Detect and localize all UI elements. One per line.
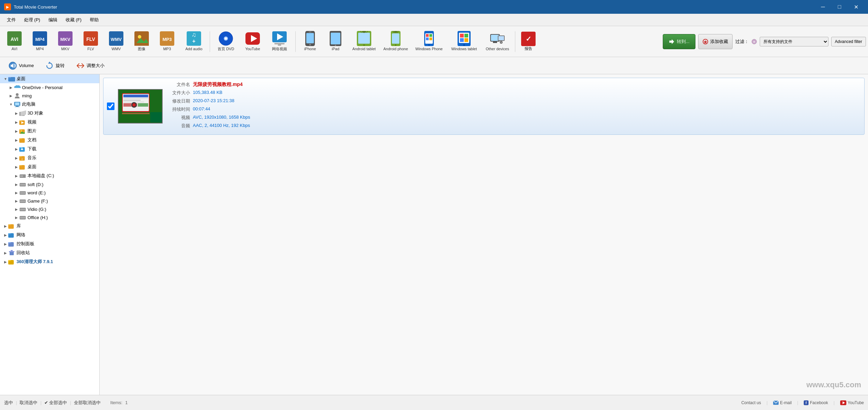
- toolbar-dvd[interactable]: 首页 DVD: [212, 29, 240, 54]
- toolbar-mp4[interactable]: MP4 MP4: [28, 29, 52, 54]
- sidebar-item-documents[interactable]: ▶ 文档: [0, 136, 99, 144]
- dvd-icon: [219, 31, 233, 46]
- toolbar-mp3[interactable]: MP3 MP3: [155, 29, 179, 54]
- menu-edit[interactable]: 编辑: [44, 15, 62, 24]
- sidebar-item-3d[interactable]: ▶ 3D 对象: [0, 109, 99, 118]
- recycle-expand-icon: ▶: [3, 250, 8, 256]
- svg-point-67: [501, 42, 502, 43]
- menu-process[interactable]: 处理 (P): [20, 15, 44, 24]
- toolbar-right: 转到... 添加收藏 过滤： ✦ 所有支持的文件 Advanced filter: [663, 34, 866, 49]
- svg-rect-132: [123, 95, 148, 97]
- deselect-all-action[interactable]: 全部取消选中: [74, 400, 101, 406]
- ming-expand-icon: ▶: [8, 93, 14, 98]
- svg-rect-56: [460, 34, 464, 37]
- sidebar-item-recycle[interactable]: ▶ 回收站: [0, 248, 99, 257]
- mp4-label: MP4: [36, 47, 44, 51]
- sidebar-item-f-drive[interactable]: ▶ Game (F:): [0, 197, 99, 205]
- sidebar-item-d-drive[interactable]: ▶ soft (D:): [0, 180, 99, 188]
- sidebar-item-pictures[interactable]: ▶ 图片: [0, 127, 99, 136]
- deselect-action[interactable]: 取消选中: [20, 400, 37, 406]
- svg-rect-33: [331, 33, 340, 44]
- toolbar-avi[interactable]: AVI AVI: [2, 29, 27, 54]
- filter-select[interactable]: 所有支持的文件: [760, 37, 828, 46]
- file-checkbox[interactable]: [107, 102, 114, 110]
- select-action[interactable]: 选中: [4, 400, 13, 406]
- h-expand-icon: ▶: [14, 215, 19, 220]
- toolbar-web-video[interactable]: 网络视频: [266, 29, 293, 54]
- sidebar-item-360[interactable]: ▶ 360清理大师 7.9.1: [0, 257, 99, 266]
- menu-file[interactable]: 文件: [3, 15, 20, 24]
- convert-button[interactable]: 转到...: [663, 34, 695, 49]
- facebook-link[interactable]: f Facebook: [804, 400, 828, 405]
- svg-rect-119: [8, 224, 11, 225]
- minimize-button[interactable]: ─: [815, 1, 831, 12]
- volume-button[interactable]: Volume: [3, 60, 39, 72]
- svg-rect-141: [150, 112, 163, 122]
- items-count: 1: [125, 400, 128, 405]
- toolbar-flv[interactable]: FLV FLV: [78, 29, 103, 54]
- svg-rect-31: [309, 32, 311, 32]
- contact-us-link[interactable]: Contact us: [741, 400, 761, 405]
- sidebar-item-control-panel[interactable]: ▶ 控制面板: [0, 239, 99, 248]
- report-button[interactable]: ✓ 报告: [517, 31, 539, 53]
- toolbar-add-audio[interactable]: ♫ + Add audio: [180, 29, 208, 54]
- sidebar-item-h-drive[interactable]: ▶ Office (H:): [0, 213, 99, 222]
- modified-value: 2020-07-23 15:21:38: [193, 98, 234, 104]
- sidebar-item-g-drive[interactable]: ▶ Vidio (G:): [0, 205, 99, 213]
- svg-rect-65: [498, 36, 504, 40]
- sidebar-item-library[interactable]: ▶ 库: [0, 222, 99, 230]
- sidebar-item-thispc[interactable]: ▼ 此电脑: [0, 100, 99, 109]
- 3d-label: 3D 对象: [28, 110, 43, 116]
- sidebar-item-onedrive[interactable]: ▶ OneDrive - Personal: [0, 83, 99, 91]
- sidebar-item-c-drive[interactable]: ▶ 本地磁盘 (C:): [0, 171, 99, 180]
- file-info-video-row: 视频 AVC, 1920x1080, 1658 Kbps: [169, 115, 861, 121]
- avi-label: AVI: [12, 47, 18, 51]
- downloads-label: 下载: [28, 146, 36, 152]
- toolbar-mkv[interactable]: MKV MKV: [53, 29, 78, 54]
- svg-rect-29: [306, 33, 314, 43]
- youtube-footer-link[interactable]: YouTube: [840, 400, 864, 405]
- sidebar-item-desktop[interactable]: ▼ 桌面: [0, 74, 99, 83]
- mkv-label: MKV: [61, 47, 69, 51]
- toolbar-youtube[interactable]: YouTube: [240, 29, 265, 54]
- svg-rect-96: [19, 147, 22, 148]
- toolbar-ipad[interactable]: iPad: [323, 29, 348, 54]
- desktop2-icon: [19, 164, 26, 170]
- rotate-button[interactable]: 旋转: [40, 60, 70, 72]
- toolbar-android-tablet[interactable]: Android tablet: [349, 29, 380, 54]
- sidebar-item-e-drive[interactable]: ▶ word (E:): [0, 188, 99, 197]
- svg-point-43: [395, 44, 396, 46]
- select-all-action[interactable]: ✔ 全部选中: [44, 400, 67, 406]
- advanced-filter-button[interactable]: Advanced filter: [831, 37, 866, 46]
- desktop2-expand-icon: ▶: [14, 164, 19, 170]
- sidebar-item-downloads[interactable]: ▶ 下载: [0, 144, 99, 153]
- c-drive-label: 本地磁盘 (C:): [28, 173, 54, 179]
- menu-favorites[interactable]: 收藏 (F): [62, 15, 86, 24]
- toolbar-wmv[interactable]: WMV WMV: [104, 29, 129, 54]
- toolbar-android-phone[interactable]: Android phone: [380, 29, 411, 54]
- sidebar-item-ming[interactable]: ▶ ming: [0, 91, 99, 100]
- app-icon: ▶: [4, 3, 11, 10]
- toolbar-other-devices[interactable]: Other devices: [482, 29, 513, 54]
- toolbar-image[interactable]: 图像: [129, 29, 154, 54]
- sidebar-item-network[interactable]: ▶ 网络: [0, 230, 99, 239]
- svg-rect-81: [15, 102, 19, 105]
- flv-label: FLV: [87, 47, 94, 51]
- menu-help[interactable]: 帮助: [86, 15, 103, 24]
- maximize-button[interactable]: □: [832, 1, 847, 12]
- sidebar-item-video[interactable]: ▶ 视频: [0, 118, 99, 127]
- svg-rect-103: [19, 165, 22, 166]
- svg-marker-85: [21, 110, 26, 116]
- file-info-duration-row: 持续时间 00:07:44: [169, 106, 861, 112]
- close-button[interactable]: ✕: [848, 1, 864, 12]
- sidebar-item-desktop2[interactable]: ▶ 桌面: [0, 162, 99, 171]
- toolbar-windows-tablet[interactable]: Windows tablet: [447, 29, 481, 54]
- facebook-icon: f: [804, 400, 809, 405]
- toolbar-iphone[interactable]: iPhone: [298, 29, 322, 54]
- add-favorite-button[interactable]: 添加收藏: [698, 34, 733, 49]
- 360-expand-icon: ▶: [3, 259, 8, 265]
- email-link[interactable]: E-mail: [773, 400, 792, 405]
- sidebar-item-music[interactable]: ▶ ♫ 音乐: [0, 153, 99, 162]
- resize-button[interactable]: 调整大小: [71, 60, 110, 72]
- toolbar-windows-phone[interactable]: Windows Phone: [412, 29, 446, 54]
